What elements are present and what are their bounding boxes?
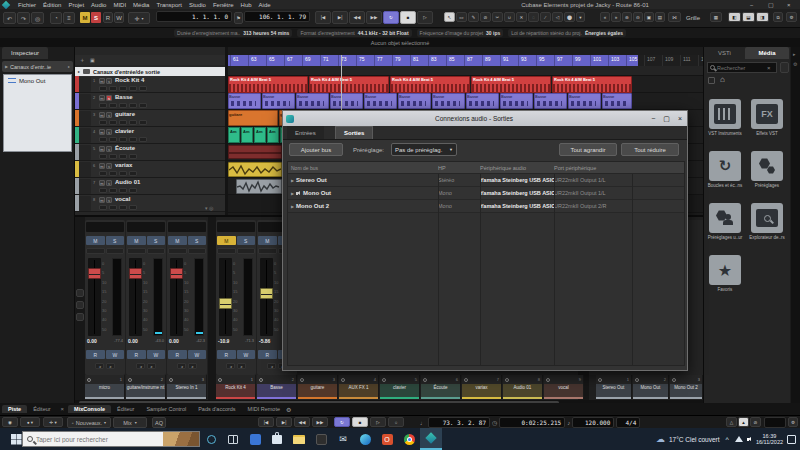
bars-beats-icon[interactable]: ♩ [420, 420, 426, 426]
routing-slot[interactable] [168, 222, 206, 232]
signature-display[interactable]: 4/4 [616, 417, 640, 428]
track-name[interactable]: Audio 01 [115, 179, 140, 185]
midi-event[interactable]: Rock Kit 4 AIM Beat 5 [471, 76, 551, 93]
search-highlight-image[interactable] [163, 432, 199, 447]
tab-piste[interactable]: Piste [2, 405, 27, 413]
bus-row-mono-out-2[interactable]: ▶Mono Out 2 Mono Yamaha Steinberg USB AS… [288, 200, 684, 213]
fader-track[interactable] [219, 258, 232, 336]
track-controls[interactable] [99, 120, 147, 125]
fader-value[interactable]: 0.00 [87, 338, 97, 344]
next-icon[interactable]: ▸ [106, 363, 115, 369]
bus-row-stereo-out[interactable]: ▶Stereo Out Stéréo Yamaha Steinberg USB … [288, 174, 684, 187]
channel-name-cell[interactable]: 1Stereo Out [596, 375, 632, 399]
menu-edition[interactable]: Édition [43, 2, 61, 8]
track-mute-button[interactable]: m [99, 112, 105, 118]
clear-search-icon[interactable]: × [767, 65, 771, 71]
strip-mute-button[interactable]: M [168, 236, 187, 245]
widgets-app-icon[interactable] [244, 428, 266, 450]
tile-prereglages[interactable] [751, 151, 783, 181]
quantize-dropdown[interactable]: ✛ ▾ [43, 417, 63, 427]
file-explorer-icon[interactable] [288, 428, 310, 450]
midi-event[interactable]: Basse [364, 93, 397, 109]
midi-event[interactable]: Basse [330, 93, 363, 109]
expand-all-button[interactable]: Tout agrandir [559, 143, 617, 156]
record-modes-icon[interactable]: ◉ [2, 417, 18, 427]
mute-tool-icon[interactable]: ✕ [516, 12, 527, 22]
media-search-box[interactable]: × [707, 62, 777, 73]
midi-event[interactable]: Basse [228, 93, 261, 109]
solo-all-button[interactable]: S [91, 12, 101, 23]
tab-midi-remote[interactable]: MIDI Remote [242, 405, 286, 413]
fader-value[interactable]: -5.86 [259, 338, 270, 344]
track-controls[interactable] [99, 154, 137, 159]
strip-pre-button[interactable] [258, 248, 277, 254]
window-layout-icon[interactable]: ⧉ [773, 12, 783, 22]
taskbar-search[interactable] [22, 431, 200, 447]
midi-event[interactable]: Basse [568, 93, 601, 109]
prev-icon[interactable]: ◂ [267, 363, 276, 369]
strip-pre-button[interactable] [86, 248, 105, 254]
grid-icon[interactable]: ▦ [710, 12, 722, 22]
new-version-dropdown[interactable]: ◦Nouveaux.▾ [67, 417, 111, 428]
draw-tool-icon[interactable]: ✎ [468, 12, 479, 22]
fader-cap[interactable] [129, 268, 142, 279]
track-controls[interactable] [99, 103, 147, 108]
tempo-icon[interactable]: ♪ [567, 420, 570, 426]
tab-inspecteur[interactable]: Inspecteur [2, 47, 48, 59]
next-icon[interactable]: ▸ [147, 363, 156, 369]
edge-browser-icon[interactable] [354, 428, 376, 450]
audio-connections-dialog[interactable]: Connexions audio - Sorties − ▢ × Entrées… [282, 110, 688, 371]
inspector-section-header[interactable]: ▶ Canaux d'entr..ie ▸ [2, 61, 73, 72]
midi-event[interactable]: Basse [602, 93, 632, 109]
panel-gear-icon[interactable]: ⚙ [793, 61, 797, 67]
pan-row[interactable]: 1 [216, 375, 255, 384]
tab-editeur[interactable]: Éditeur [111, 405, 140, 413]
pan-row[interactable]: 6 [421, 375, 460, 384]
nudge-start-icon[interactable]: ⊕ [622, 12, 632, 22]
pan-row[interactable]: 2 [257, 375, 296, 384]
channel-name-cell[interactable]: 3Stereo In 1 [167, 375, 207, 399]
track-visibility-icon[interactable]: ≡ [63, 12, 75, 24]
channel-strip-guitare-instrument[interactable]: MS 0 5 10 15 20 30 40 50 0.00-43.0 RW ◂▸ [126, 220, 166, 375]
read-button[interactable]: R [86, 350, 105, 359]
record-button[interactable]: ○ [388, 417, 404, 427]
setup-icon[interactable]: ◎ [31, 12, 44, 24]
erase-tool-icon[interactable]: ⊘ [480, 12, 491, 22]
channel-name-cell[interactable]: 1micro [85, 375, 125, 399]
pan-row[interactable]: 1 [85, 375, 124, 384]
read-automation-button[interactable]: R [103, 12, 113, 23]
write-automation-button[interactable]: W [114, 12, 124, 23]
io-folder-track[interactable]: ▸ Canaux d'entrée/de sortie [75, 67, 225, 76]
track-solo-button[interactable]: s [106, 197, 112, 203]
channel-name-cell[interactable]: 5clavier [380, 375, 420, 399]
track-controls[interactable] [99, 188, 137, 193]
close-button[interactable]: × [787, 2, 791, 8]
channel-name-cell[interactable]: 6Écoute [421, 375, 461, 399]
lower-zone-toggle-icon[interactable]: ⬓ [742, 12, 755, 22]
strip-gain-button[interactable] [237, 248, 256, 254]
primary-time-display[interactable]: 1. 1. 1. 0 [156, 11, 232, 22]
close-tab-icon[interactable]: × [61, 406, 65, 412]
office-app-icon[interactable]: O [376, 428, 398, 450]
nudge-end-icon[interactable]: ⊖ [633, 12, 643, 22]
mute-all-button[interactable]: M [80, 12, 90, 23]
tile-explorateur-fichiers[interactable] [751, 203, 783, 233]
tray-chevron-icon[interactable]: ^ [726, 436, 729, 443]
snap-icon[interactable]: ⋈ [668, 12, 681, 22]
chord-event[interactable]: Am [267, 127, 279, 143]
track-controls[interactable] [99, 137, 147, 142]
nudge-left-icon[interactable]: « [600, 12, 610, 22]
track-name[interactable]: Rock Kit 4 [115, 77, 144, 83]
bus-row-mono-out[interactable]: ▶Mono Out Mono Yamaha Steinberg USB ASIO… [288, 187, 684, 200]
chord-event[interactable]: Am [241, 127, 253, 143]
taskbar-search-input[interactable] [36, 436, 146, 443]
track-row-variax[interactable]: 6 m s variax [75, 161, 225, 178]
read-button[interactable]: R [168, 350, 187, 359]
locator-icon[interactable]: ⚑ [234, 12, 243, 24]
cubase-taskbar-icon[interactable] [420, 428, 442, 450]
play-button[interactable]: ▷ [417, 11, 433, 24]
collapse-panel-icon[interactable]: ▸ [793, 51, 796, 57]
left-zone-toggle-icon[interactable]: ◧ [728, 12, 741, 22]
track-row-rock-kit-4[interactable]: 1 m s Rock Kit 4 [75, 76, 225, 93]
channel-name-cell[interactable]: 2Mono Out [633, 375, 669, 399]
